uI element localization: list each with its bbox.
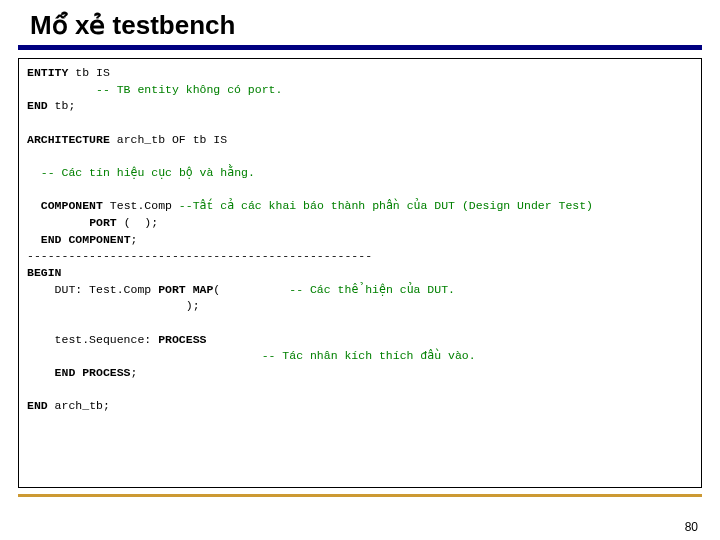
kw-end: END — [41, 233, 62, 246]
kw-component: COMPONENT — [62, 233, 131, 246]
code-text: test.Sequence: — [27, 333, 158, 346]
kw-architecture: ARCHITECTURE — [27, 133, 110, 146]
code-text: DUT: Test.Comp — [27, 283, 158, 296]
code-text: ; — [131, 366, 138, 379]
footer-divider — [18, 494, 702, 497]
comment: -- Tác nhân kích thích đầu vào. — [262, 349, 476, 362]
code-text: ( ); — [117, 216, 158, 229]
page-number: 80 — [685, 520, 698, 534]
title-divider — [18, 45, 702, 50]
code-text: ); — [27, 299, 200, 312]
comment: -- TB entity không có port. — [96, 83, 282, 96]
comment: --Tất cả các khai báo thành phần của DUT… — [179, 199, 593, 212]
kw-process: PROCESS — [158, 333, 206, 346]
kw-component: COMPONENT — [41, 199, 103, 212]
code-text: arch_tb OF tb IS — [110, 133, 227, 146]
code-text: ; — [131, 233, 138, 246]
kw-endprocess: END PROCESS — [55, 366, 131, 379]
code-text: arch_tb; — [48, 399, 110, 412]
slide-title: Mổ xẻ testbench — [30, 10, 702, 41]
comment: -- Các thể hiện của DUT. — [289, 283, 455, 296]
code-divider: ----------------------------------------… — [27, 249, 372, 262]
code-text: tb IS — [68, 66, 109, 79]
code-text: ( — [213, 283, 289, 296]
code-text: Test.Comp — [103, 199, 179, 212]
code-text: tb; — [48, 99, 76, 112]
kw-begin: BEGIN — [27, 266, 62, 279]
comment: -- Các tín hiệu cục bộ và hằng. — [41, 166, 255, 179]
kw-entity: ENTITY — [27, 66, 68, 79]
kw-portmap: PORT MAP — [158, 283, 213, 296]
code-block: ENTITY tb IS -- TB entity không có port.… — [18, 58, 702, 488]
kw-end: END — [27, 399, 48, 412]
kw-port: PORT — [89, 216, 117, 229]
kw-end: END — [27, 99, 48, 112]
